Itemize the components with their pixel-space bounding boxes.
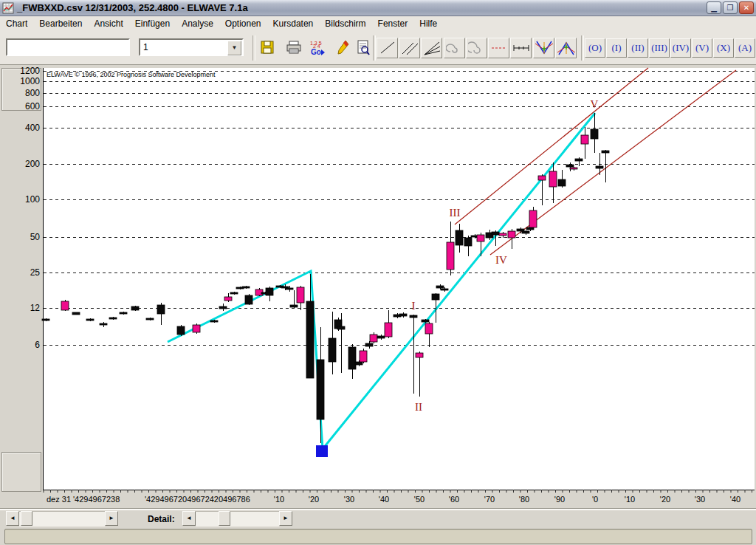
x-axis-tick-label: '10 [274,495,284,504]
toolbar-separator [252,35,255,61]
trend-line-tool[interactable] [377,38,398,58]
interval-combo-value: 1 [143,42,148,52]
toolbar-separator [373,35,376,61]
menu-item-chart[interactable]: Chart [0,17,33,30]
menu-item-kursdaten[interactable]: Kursdaten [267,17,320,30]
detail-scroll-right-button[interactable]: ► [279,511,292,526]
x-axis-labels: dez 31'4294967238'4294967204967242049678… [47,495,740,504]
go-wave-count-button[interactable]: 1 3 52 4Go [307,37,328,58]
marker-pen-icon [335,39,350,55]
wave-degree-button-i[interactable]: (I) [606,38,627,58]
toolbar-separator [581,35,584,61]
wave-degree-button-iii[interactable]: (III) [649,38,670,58]
spiral-large-icon [468,40,486,56]
save-icon [260,40,275,55]
x-axis-tick-label: '70 [484,495,495,504]
channel-down-tool[interactable] [533,38,554,58]
parallel-lines-tool[interactable] [399,38,420,58]
minimize-button[interactable]: ▁ [707,1,721,14]
wave-degree-button-iv[interactable]: (IV) [670,38,691,58]
dashed-line-tool[interactable] [488,38,509,58]
menubar: ChartBearbeitenAnsichtEinfügenAnalyseOpt… [0,16,756,32]
spiral-large-tool[interactable] [466,38,487,58]
channel-down-icon [535,39,554,57]
divider [0,508,756,510]
x-axis-tick-label: '50 [414,495,425,504]
menu-item-bildschirm[interactable]: Bildschirm [319,17,371,30]
measure-line-tool[interactable] [510,38,532,58]
menu-item-bearbeiten[interactable]: Bearbeiten [33,17,88,30]
save-button[interactable] [257,37,278,58]
go-wave-count-icon: 1 3 52 4Go [309,38,326,56]
x-axis-tick-label: '30 [344,495,354,504]
wave-degree-button-x[interactable]: (X) [713,38,734,58]
symbol-input[interactable] [6,38,130,56]
spiral-tool[interactable] [444,38,465,58]
fan-lines-icon [423,40,441,56]
titlebar: _FWBXXD.csv 12/31/2003, 252.4800 - ELWAV… [0,0,756,16]
menu-item-hilfe[interactable]: Hilfe [413,17,443,30]
menu-item-optionen[interactable]: Optionen [219,17,267,30]
price-axis-pane[interactable] [0,65,43,508]
detail-scroll-thumb[interactable] [219,511,230,526]
window-title: _FWBXXD.csv 12/31/2003, 252.4800 - ELWAV… [17,2,248,13]
spiral-icon [446,40,464,56]
x-axis-tick-label: '90 [554,495,565,504]
print-preview-button[interactable] [353,37,374,58]
status-bar [4,529,752,544]
chart-plot-area[interactable] [43,68,755,490]
x-axis-tick-label: '60 [449,495,459,504]
detail-scroll-track[interactable] [196,511,279,527]
x-axis-tick-label: '40 [379,495,389,504]
x-axis-tick-label: '80 [519,495,529,504]
x-axis-tick-label: '20 [309,495,319,504]
parallel-lines-icon [401,40,419,56]
x-axis-tick-label: dez 31 [47,495,71,504]
menu-item-ansicht[interactable]: Ansicht [88,17,128,30]
channel-up-tool[interactable] [555,38,577,58]
hscroll-thumb[interactable] [21,511,32,526]
x-axis-tick-label: '10 [625,495,635,504]
trend-line-icon [379,40,396,56]
wave-degree-button-o[interactable]: (O) [585,38,605,58]
detail-label: Detail: [148,514,175,524]
elwave-window: _FWBXXD.csv 12/31/2003, 252.4800 - ELWAV… [0,0,756,545]
svg-text:Go: Go [311,48,321,56]
measure-line-icon [512,40,530,56]
axis-zoom-handle-top[interactable] [1,68,41,111]
marker-pen-button[interactable] [332,37,353,58]
x-axis-tick-label: '42949672049672420496786 [145,495,250,504]
print-preview-icon [356,39,371,55]
wave-degree-button-a[interactable]: (A) [735,38,755,58]
toolbar: 1 ▼ 1 3 52 4Go (O)(I)(II)(III)(IV)(V) [0,31,756,65]
combo-dropdown-button[interactable]: ▼ [227,41,241,55]
x-axis-tick-label: '40 [730,495,740,504]
x-axis-tick-label: '20 [660,495,670,504]
menu-item-fenster[interactable]: Fenster [372,17,414,30]
axis-zoom-handle-bottom[interactable] [1,452,41,492]
channel-up-icon [557,39,576,57]
printer-icon [286,40,302,55]
interval-combo[interactable]: 1 ▼ [139,38,244,56]
x-axis-ticks [44,490,752,493]
hscroll-left-button[interactable]: ◄ [6,511,19,526]
print-button[interactable] [284,37,304,58]
menu-item-einfgen[interactable]: Einfügen [129,17,176,30]
detail-scroll-left-button[interactable]: ◄ [182,511,196,526]
x-axis-tick-label: '0 [592,495,598,504]
fan-lines-tool[interactable] [421,38,442,58]
restore-button[interactable]: ❐ [723,1,738,14]
menu-item-analyse[interactable]: Analyse [176,17,219,30]
hscroll-right-button[interactable]: ► [105,511,118,526]
x-axis-tick-label: '30 [695,495,705,504]
wave-degree-button-v[interactable]: (V) [692,38,712,58]
app-icon [2,2,14,14]
wave-degree-button-ii[interactable]: (II) [628,38,648,58]
close-button[interactable]: ✕ [739,1,754,14]
x-axis-tick-label: '4294967238 [73,495,120,504]
dashed-line-icon [490,40,508,56]
